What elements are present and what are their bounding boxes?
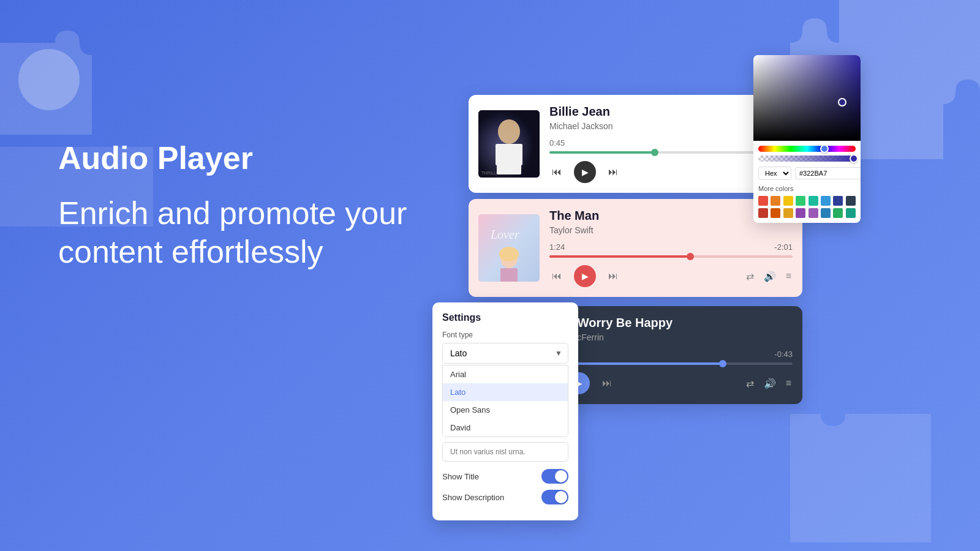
- progress-bar-3[interactable]: [543, 362, 793, 365]
- svg-rect-1: [478, 110, 540, 178]
- menu-button-3[interactable]: ≡: [785, 377, 793, 390]
- swatch-light-purple[interactable]: [809, 208, 818, 218]
- swatch-dark-green[interactable]: [833, 208, 843, 218]
- font-option-arial[interactable]: Arial: [443, 365, 568, 383]
- hue-thumb: [820, 144, 829, 153]
- track-title-3: Don't Worry Be Happy: [543, 316, 793, 330]
- color-picker: Hex More colors: [753, 55, 861, 223]
- swatch-purple[interactable]: [796, 208, 805, 218]
- show-description-row: Show Description: [442, 490, 568, 504]
- swatch-dark-red[interactable]: [758, 208, 768, 218]
- forward-button-3[interactable]: ⏭: [600, 375, 614, 391]
- forward-button-2[interactable]: ⏭: [606, 268, 620, 284]
- hero-subtitle: Enrich and promote your content effortle…: [58, 194, 438, 271]
- alpha-slider[interactable]: [758, 156, 856, 162]
- swatch-dark-blue[interactable]: [833, 196, 843, 206]
- hex-value-input[interactable]: [795, 167, 861, 179]
- play-button-1[interactable]: ▶: [574, 161, 596, 183]
- show-title-label: Show Title: [442, 472, 479, 481]
- svg-rect-3: [497, 144, 521, 174]
- hero-section: Audio Player Enrich and promote your con…: [58, 141, 438, 271]
- settings-title: Settings: [442, 312, 568, 323]
- hex-format-select[interactable]: Hex: [758, 167, 791, 180]
- rewind-button-1[interactable]: ⏮: [549, 164, 564, 180]
- controls-3: ⏮ ▶ ⏭ ⇄ 🔊 ≡: [543, 372, 793, 394]
- volume-button-3[interactable]: 🔊: [763, 377, 777, 391]
- swatch-yellow[interactable]: [783, 196, 793, 206]
- track-artist-2: Taylor Swift: [549, 225, 793, 235]
- more-colors-label: More colors: [758, 185, 856, 192]
- swatch-mid-blue[interactable]: [821, 208, 831, 218]
- show-title-row: Show Title: [442, 469, 568, 484]
- swatch-teal[interactable]: [809, 196, 818, 206]
- swatch-dark-teal[interactable]: [846, 208, 856, 218]
- svg-text:Lover: Lover: [490, 228, 519, 241]
- color-gradient[interactable]: [753, 55, 861, 141]
- time-current-1: 0:45: [549, 138, 565, 148]
- shuffle-button-2[interactable]: ⇄: [745, 269, 755, 283]
- font-type-label: Font type: [442, 331, 568, 339]
- time-total-2: -2:01: [774, 242, 793, 252]
- time-row-2: 1:24 -2:01: [549, 242, 793, 252]
- font-preview-input[interactable]: [442, 442, 568, 462]
- show-title-toggle[interactable]: [541, 469, 568, 484]
- player-info-1: Billie Jean Michael Jackson 0:45 ⏮ ▶ ⏭: [549, 105, 783, 183]
- svg-rect-5: [518, 144, 522, 165]
- swatch-navy[interactable]: [846, 196, 856, 206]
- forward-button-1[interactable]: ⏭: [606, 164, 620, 180]
- swatch-orange[interactable]: [771, 196, 780, 206]
- progress-bar-2[interactable]: [549, 255, 793, 258]
- extra-controls-3: ⇄ 🔊 ≡: [745, 377, 793, 391]
- player-card-1: THRILLER Billie Jean Michael Jackson 0:4…: [469, 95, 793, 193]
- font-select-wrapper: Lato ▼: [442, 343, 568, 364]
- rewind-button-2[interactable]: ⏮: [549, 268, 564, 284]
- progress-fill-2: [549, 255, 690, 258]
- alpha-thumb: [850, 154, 858, 163]
- svg-rect-4: [496, 144, 500, 165]
- svg-rect-0: [478, 110, 540, 178]
- settings-panel: Settings Font type Lato ▼ Arial Lato Ope…: [432, 302, 578, 520]
- player-info-3: Don't Worry Be Happy Bobby McFerrin 1:18…: [543, 316, 793, 394]
- hex-row: Hex: [758, 167, 856, 180]
- color-picker-dot[interactable]: [838, 98, 846, 107]
- progress-fill-1: [549, 151, 655, 154]
- track-title-1: Billie Jean: [549, 105, 783, 119]
- controls-2: ⏮ ▶ ⏭ ⇄ 🔊 ≡: [549, 265, 793, 287]
- play-button-2[interactable]: ▶: [574, 265, 596, 287]
- font-option-lato[interactable]: Lato: [443, 383, 568, 401]
- font-option-david[interactable]: David: [443, 419, 568, 437]
- extra-controls-2: ⇄ 🔊 ≡: [745, 269, 793, 283]
- time-total-3: -0:43: [774, 350, 793, 359]
- font-dropdown-list: Arial Lato Open Sans David: [442, 365, 568, 437]
- swatch-red[interactable]: [758, 196, 768, 206]
- svg-text:THRILLER: THRILLER: [481, 171, 502, 175]
- track-artist-3: Bobby McFerrin: [543, 332, 793, 342]
- hue-slider[interactable]: [758, 146, 856, 152]
- swatch-dark-yellow[interactable]: [783, 208, 793, 218]
- controls-1: ⏮ ▶ ⏭: [549, 161, 783, 183]
- color-picker-body: Hex More colors: [753, 141, 861, 223]
- show-description-label: Show Description: [442, 493, 504, 502]
- time-current-2: 1:24: [549, 242, 565, 252]
- time-row-1: 0:45: [549, 138, 783, 148]
- time-row-3: 1:18 -0:43: [543, 350, 793, 359]
- svg-point-2: [498, 119, 520, 144]
- svg-point-12: [499, 247, 519, 261]
- show-description-toggle[interactable]: [541, 490, 568, 504]
- swatch-dark-orange[interactable]: [771, 208, 780, 218]
- track-artist-1: Michael Jackson: [549, 121, 783, 131]
- volume-button-2[interactable]: 🔊: [763, 269, 777, 283]
- menu-button-2[interactable]: ≡: [785, 269, 793, 283]
- swatch-blue[interactable]: [821, 196, 831, 206]
- album-art-2: Lover: [478, 214, 540, 282]
- hero-title: Audio Player: [58, 141, 438, 176]
- color-swatches: [758, 196, 856, 218]
- progress-bar-1[interactable]: [549, 151, 783, 154]
- font-option-opensans[interactable]: Open Sans: [443, 401, 568, 419]
- svg-rect-11: [500, 268, 518, 282]
- player-card-2: Lover The Man Taylor Swift 1:24 -2:01 ⏮ …: [469, 199, 802, 297]
- shuffle-button-3[interactable]: ⇄: [745, 377, 755, 391]
- font-type-select[interactable]: Lato: [442, 343, 568, 364]
- album-art-1: THRILLER: [478, 110, 540, 178]
- swatch-green[interactable]: [796, 196, 805, 206]
